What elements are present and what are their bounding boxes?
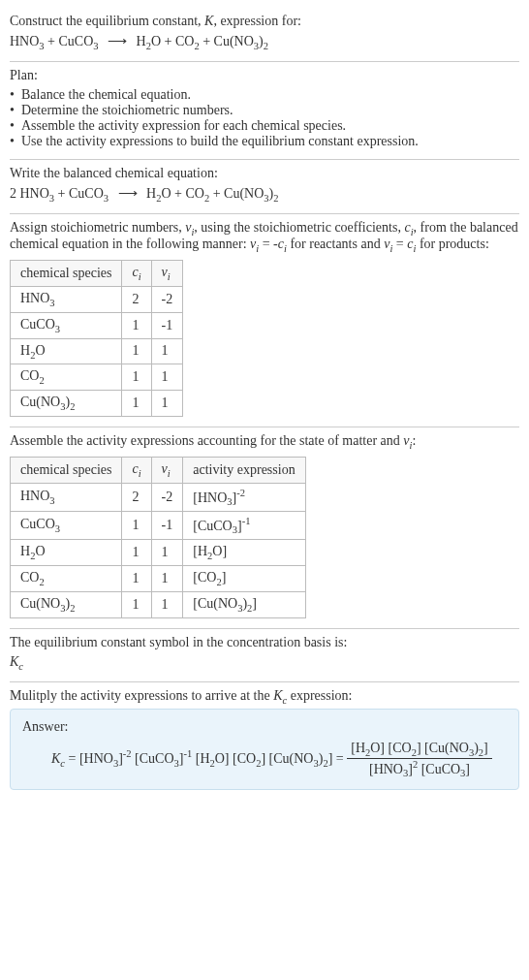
species: H — [146, 186, 156, 201]
text: CO — [20, 368, 39, 383]
text: [HNO — [193, 490, 227, 504]
table-header-row: chemical species ci νi — [11, 261, 183, 287]
text: O — [35, 544, 45, 558]
species: O — [161, 186, 171, 201]
plus: + — [202, 34, 213, 48]
cell-activity: [H2O] — [183, 540, 305, 566]
plus: + — [213, 186, 224, 201]
text: = — [392, 237, 407, 251]
text: for products: — [416, 237, 488, 251]
table-row: Cu(NO3)211 — [11, 391, 183, 417]
species: CuCO — [59, 34, 94, 48]
subscript: i — [168, 271, 171, 282]
cell-nu: 1 — [151, 592, 183, 618]
bullet-text: Assemble the activity expression for eac… — [21, 118, 346, 134]
text: Assign stoichiometric numbers, — [10, 220, 185, 235]
subscript: i — [168, 468, 171, 479]
table-row: CO211 — [11, 364, 183, 391]
text: for reactants and — [287, 237, 384, 251]
text: ] — [261, 751, 265, 766]
subscript: i — [139, 468, 141, 479]
text: [H — [196, 751, 210, 766]
bullet-icon: • — [10, 118, 21, 134]
balanced-section: Write the balanced chemical equation: 2 … — [10, 160, 519, 214]
numerator: [H2O] [CO2] [Cu(NO3)2] — [347, 741, 492, 759]
text: = — [336, 751, 347, 766]
subscript: 2 — [264, 41, 268, 51]
cell-activity: [CuCO3]-1 — [183, 512, 305, 540]
cell-species: HNO3 — [11, 483, 122, 511]
text: : — [412, 433, 416, 448]
text: CO — [20, 570, 39, 585]
text: CuCO — [20, 317, 55, 332]
cell-nu: 1 — [151, 364, 183, 391]
text: ] — [222, 570, 227, 585]
text: CuCO — [20, 517, 55, 531]
text: [HNO — [369, 762, 403, 776]
symbol: K — [273, 688, 282, 703]
arrow-icon: ⟶ — [118, 186, 138, 201]
cell-nu: 1 — [151, 540, 183, 566]
species: HNO — [20, 186, 49, 201]
balanced-title: Write the balanced chemical equation: — [10, 166, 519, 181]
answer-equation: Kc = [HNO3]-2 [CuCO3]-1 [H2O] [CO2] [Cu(… — [51, 741, 507, 778]
superscript: -1 — [242, 516, 251, 526]
text: HNO — [20, 489, 49, 503]
activity-title: Assemble the activity expressions accoun… — [10, 433, 519, 451]
subscript: 3 — [104, 193, 109, 204]
cell-c: 1 — [122, 512, 151, 540]
species: Cu(NO — [214, 34, 254, 48]
cell-species: HNO3 — [11, 286, 122, 312]
text: O] [CO — [370, 741, 411, 755]
subscript: 2 — [194, 41, 199, 51]
text: O — [35, 343, 45, 358]
intro-text: Construct the equilibrium constant, — [10, 14, 204, 28]
cell-species: CO2 — [11, 364, 122, 391]
subscript: c — [18, 661, 23, 672]
text: [HNO — [79, 751, 113, 766]
subscript: 2 — [70, 401, 75, 412]
text: [Cu(NO — [269, 751, 314, 766]
table-row: Cu(NO3)211[Cu(NO3)2] — [11, 592, 306, 618]
table-row: HNO32-2 — [11, 286, 183, 312]
species: HNO — [10, 34, 39, 48]
text: Mulitply the activity expressions to arr… — [10, 688, 273, 703]
cell-species: Cu(NO3)2 — [11, 592, 122, 618]
text: = — [65, 751, 79, 766]
text: = - — [259, 237, 278, 251]
arrow-icon: ⟶ — [108, 34, 127, 48]
col-ci: ci — [122, 457, 151, 483]
text: Cu(NO — [20, 395, 60, 409]
col-activity: activity expression — [183, 457, 305, 483]
cell-species: CuCO3 — [11, 512, 122, 540]
text: [CO — [193, 570, 216, 585]
subscript: 2 — [204, 193, 209, 204]
text: O] — [212, 544, 227, 558]
text: ] [Cu(NO — [417, 741, 469, 755]
kc-symbol: Kc — [10, 654, 519, 672]
cell-c: 1 — [122, 364, 151, 391]
plan-title: Plan: — [10, 68, 519, 83]
plan-bullets: •Balance the chemical equation. •Determi… — [10, 87, 519, 149]
cell-species: CO2 — [11, 566, 122, 592]
table-row: CuCO31-1[CuCO3]-1 — [11, 512, 306, 540]
cell-nu: -1 — [151, 312, 183, 338]
col-species: chemical species — [11, 261, 122, 287]
subscript: 3 — [49, 495, 54, 506]
intro-section: Construct the equilibrium constant, K, e… — [10, 8, 519, 62]
text: [H — [351, 741, 365, 755]
superscript: -1 — [183, 749, 192, 760]
text: [CuCO — [135, 751, 173, 766]
bullet-icon: • — [10, 134, 21, 149]
assign-text: Assign stoichiometric numbers, νi, using… — [10, 220, 519, 255]
species: H — [137, 34, 146, 48]
table-row: HNO32-2[HNO3]-2 — [11, 483, 306, 511]
plus: + — [165, 34, 175, 48]
cell-c: 1 — [122, 391, 151, 417]
assign-section: Assign stoichiometric numbers, νi, using… — [10, 214, 519, 427]
subscript: 3 — [49, 193, 54, 204]
bullet-item: •Balance the chemical equation. — [10, 87, 519, 103]
col-nui: νi — [151, 261, 183, 287]
species: CO — [175, 34, 194, 48]
table-row: CuCO31-1 — [11, 312, 183, 338]
